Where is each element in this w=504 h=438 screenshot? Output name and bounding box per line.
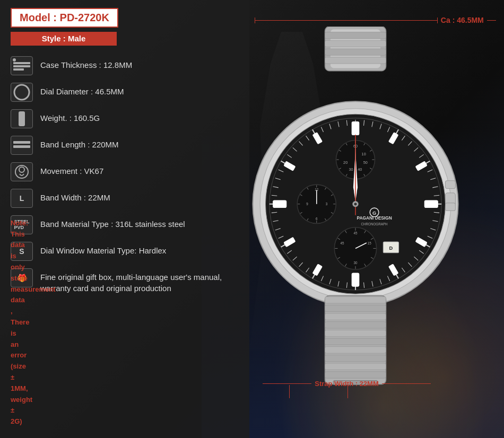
svg-point-160 [354,203,357,205]
svg-rect-165 [325,296,386,303]
svg-rect-166 [325,305,386,312]
dimension-top-label: Ca : 46.5MM [441,16,484,24]
svg-text:20: 20 [343,160,347,165]
svg-rect-172 [325,355,386,362]
spec-item-2: Weight. : 160.5G [11,109,239,128]
watch-svg: 60 10 50 40 30 20 [244,27,467,387]
svg-text:G: G [372,210,376,216]
spec-text-6: Band Material Type : 316L stainless stee… [40,215,185,230]
svg-text:D: D [389,245,393,251]
svg-rect-162 [445,203,455,211]
svg-text:40: 40 [358,167,362,172]
svg-text:9: 9 [306,202,308,206]
svg-rect-171 [325,347,386,354]
left-panel: Model : PD-2720K Style : Male Case Thick… [0,0,249,438]
svg-rect-0 [13,62,30,64]
weight-icon [11,109,33,128]
svg-text:45: 45 [354,231,358,235]
spec-text-1: Dial Diameter : 46.5MM [40,83,124,97]
dimension-bottom-container: Strap Width : 22MM [263,380,496,388]
svg-text:6: 6 [316,217,318,221]
svg-rect-14 [325,49,386,56]
spec-text-3: Band Length : 220MM [40,136,119,150]
spec-item-5: LBand Width : 22MM [11,189,239,208]
svg-rect-169 [325,330,386,337]
spec-text-4: Movement : VK67 [40,162,103,177]
right-panel: Ca : 46.5MM [233,0,504,438]
spec-item-0: Case Thickness : 12.8MM [11,56,239,75]
svg-rect-7 [13,145,30,148]
svg-rect-12 [325,32,386,39]
model-box: Model : PD-2720K [11,8,118,28]
band-length-icon [11,136,33,155]
svg-text:30: 30 [349,167,353,172]
svg-text:CHRONOGRAPH: CHRONOGRAPH [361,222,388,226]
svg-text:15: 15 [368,241,371,245]
dim-left-tick [289,385,290,398]
spec-item-6: STEEL PVDBand Material Type : 316L stain… [11,215,239,234]
dim-right-tick [347,385,348,398]
style-bar: Style : Male [11,32,117,46]
spec-item-1: Dial Diameter : 46.5MM [11,83,239,102]
movement-icon [11,162,33,181]
svg-rect-83 [273,200,286,208]
svg-point-3 [13,58,16,62]
spec-text-0: Case Thickness : 12.8MM [40,56,132,71]
case-thickness-icon [11,56,33,75]
svg-text:PAGANI DESIGN: PAGANI DESIGN [357,215,392,221]
svg-rect-167 [325,313,386,320]
svg-rect-173 [325,363,386,370]
spec-item-4: Movement : VK67 [11,162,239,181]
svg-rect-82 [352,273,360,286]
svg-rect-13 [325,40,386,47]
style-label: Style : Male [42,34,86,43]
dimension-top-line: Ca : 46.5MM [255,16,496,24]
svg-point-9 [19,167,24,172]
watch-display: 60 10 50 40 30 20 [244,27,467,387]
spec-text-8: Fine original gift box, multi-language u… [40,268,239,294]
svg-rect-6 [13,141,30,144]
svg-rect-5 [19,111,25,126]
svg-rect-168 [325,322,386,329]
spec-text-7: Dial Window Material Type: Hardlex [40,242,166,256]
spec-item-7: SDial Window Material Type: Hardlex [11,242,239,261]
svg-point-4 [14,85,29,100]
svg-text:30: 30 [354,261,358,265]
model-label: Model : PD-2720K [20,12,109,23]
specs-list: Case Thickness : 12.8MMDial Diameter : 4… [11,56,239,294]
spec-item-3: Band Length : 220MM [11,136,239,155]
spec-text-5: Band Width : 22MM [40,189,110,203]
svg-rect-80 [352,121,360,135]
svg-rect-1 [13,65,30,67]
svg-rect-163 [445,181,455,189]
svg-rect-170 [325,338,386,345]
dial-diameter-icon [11,83,33,102]
svg-rect-2 [13,68,24,71]
svg-rect-81 [424,200,438,208]
svg-text:10: 10 [362,152,366,156]
svg-text:50: 50 [363,160,368,165]
spec-text-2: Weight. : 160.5G [40,109,100,124]
dimension-bottom-label: Strap Width : 22MM [315,380,379,388]
svg-rect-174 [325,372,386,379]
band-width-icon: L [11,189,33,208]
svg-text:45: 45 [340,241,344,245]
svg-text:3: 3 [326,202,328,206]
svg-rect-15 [325,57,386,64]
